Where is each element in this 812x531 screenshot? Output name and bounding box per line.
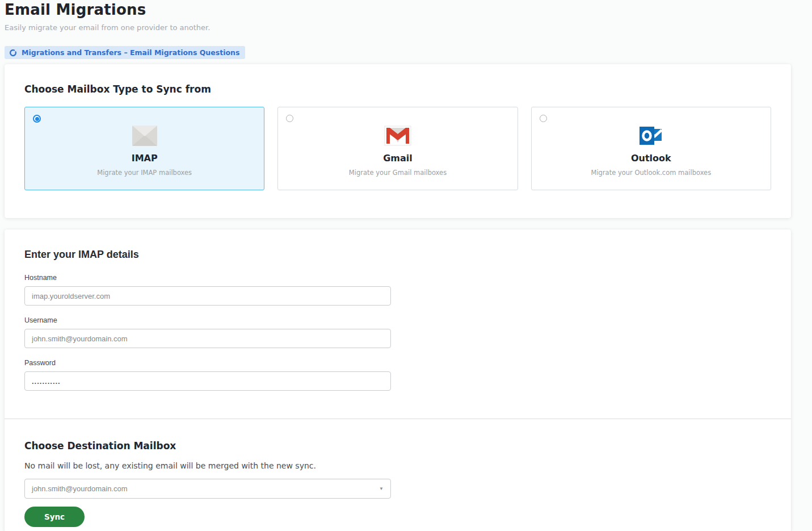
imap-option-description: Migrate your IMAP mailboxes — [25, 169, 264, 177]
page-subtitle: Easily migrate your email from one provi… — [5, 23, 812, 32]
destination-mailbox-select[interactable]: john.smith@yourdomain.com ▼ — [24, 479, 391, 499]
imap-radio[interactable] — [33, 115, 41, 123]
outlook-option-name: Outlook — [532, 153, 771, 164]
destination-heading: Choose Destination Mailbox — [24, 440, 771, 451]
sync-button[interactable]: Sync — [24, 507, 85, 527]
hostname-input[interactable] — [24, 286, 391, 306]
outlook-option-card[interactable]: Outlook Migrate your Outlook.com mailbox… — [531, 107, 771, 190]
destination-mailbox-value: john.smith@yourdomain.com — [32, 484, 128, 493]
hostname-label: Hostname — [24, 274, 771, 282]
ring-icon — [9, 49, 17, 57]
chevron-down-icon: ▼ — [379, 486, 384, 491]
imap-option-name: IMAP — [25, 153, 264, 164]
gmail-option-description: Migrate your Gmail mailboxes — [278, 169, 517, 177]
username-input[interactable] — [24, 329, 391, 348]
outlook-radio[interactable] — [540, 115, 547, 122]
help-link-badge[interactable]: Migrations and Transfers – Email Migrati… — [5, 46, 245, 59]
gmail-icon — [278, 125, 517, 147]
gmail-option-name: Gmail — [278, 153, 517, 164]
imap-option-card[interactable]: IMAP Migrate your IMAP mailboxes — [24, 107, 264, 190]
gmail-radio[interactable] — [286, 115, 293, 122]
imap-details-heading: Enter your IMAP details — [24, 248, 771, 261]
outlook-option-description: Migrate your Outlook.com mailboxes — [532, 169, 771, 177]
password-label: Password — [24, 359, 771, 367]
password-field-group: Password — [24, 359, 771, 391]
envelope-icon — [25, 125, 264, 147]
username-field-group: Username — [24, 316, 771, 348]
gmail-option-card[interactable]: Gmail Migrate your Gmail mailboxes — [277, 107, 518, 190]
outlook-icon — [532, 125, 771, 147]
mailbox-type-options: IMAP Migrate your IMAP mailboxes Gmail M… — [24, 107, 771, 190]
destination-section: Choose Destination Mailbox No mail will … — [5, 419, 791, 531]
email-migrations-page: Email Migrations Easily migrate your ema… — [0, 0, 812, 531]
imap-details-section: Enter your IMAP details Hostname Usernam… — [5, 229, 791, 419]
destination-note: No mail will be lost, any existing email… — [24, 461, 771, 471]
help-link-label: Migrations and Transfers – Email Migrati… — [22, 48, 239, 57]
source-section-heading: Choose Mailbox Type to Sync from — [24, 83, 771, 95]
page-title: Email Migrations — [5, 1, 812, 18]
username-label: Username — [24, 316, 771, 325]
hostname-field-group: Hostname — [24, 274, 771, 306]
page-header: Email Migrations Easily migrate your ema… — [0, 0, 812, 59]
source-mailbox-card: Choose Mailbox Type to Sync from IMAP Mi… — [5, 64, 791, 218]
details-card: Enter your IMAP details Hostname Usernam… — [5, 229, 791, 531]
password-input[interactable] — [24, 371, 391, 391]
